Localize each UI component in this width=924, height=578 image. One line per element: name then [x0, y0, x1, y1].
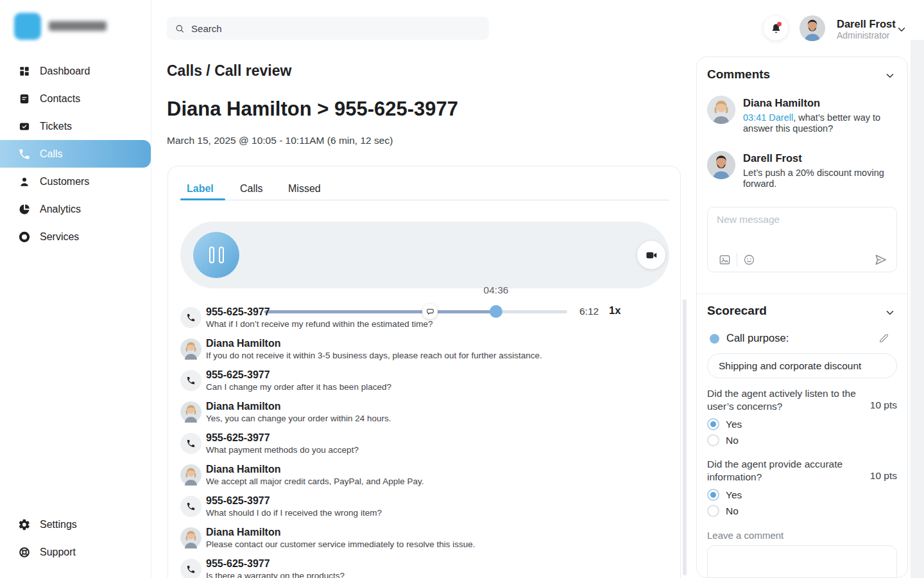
sidebar-item-label: Analytics: [40, 204, 81, 215]
tab-missed[interactable]: Missed: [288, 183, 321, 195]
sidebar-item-dashboard[interactable]: Dashboard: [0, 57, 151, 85]
page-scrollbar-gutter[interactable]: [911, 40, 924, 578]
transcript-row[interactable]: 955-625-3977 Is there a warranty on the …: [180, 558, 655, 578]
sidebar-item-support[interactable]: Support: [0, 538, 151, 566]
edit-pencil-icon[interactable]: [878, 332, 890, 344]
radio-option-no[interactable]: No: [707, 434, 739, 446]
transcript-text: Can I change my order after it has been …: [206, 382, 391, 392]
speaker-name: Diana Hamilton: [206, 338, 280, 349]
transcript-row[interactable]: 955-625-3977 What payment methods do you…: [180, 432, 655, 462]
speaker-name: 955-625-3977: [206, 432, 270, 444]
transcript-text: Is there a warranty on the products?: [206, 571, 345, 578]
sidebar-item-analytics[interactable]: Analytics: [0, 195, 151, 223]
tab-label[interactable]: Label: [187, 183, 214, 195]
comments-collapse-chevron-icon[interactable]: [884, 70, 896, 82]
sidebar-item-label: Calls: [40, 148, 63, 160]
tickets-icon: [18, 120, 31, 133]
comment-author-avatar: [707, 96, 735, 124]
timestamp-mention-link[interactable]: 03:41 Darell: [743, 112, 793, 123]
tab-calls[interactable]: Calls: [240, 183, 263, 195]
divider: [737, 253, 737, 267]
transcript-scrollbar[interactable]: [683, 299, 687, 575]
comment-author: Darell Frost: [743, 152, 802, 164]
phone-icon: [180, 370, 201, 391]
analytics-icon: [18, 203, 31, 216]
sidebar-item-label: Customers: [40, 176, 89, 188]
radio-option-yes[interactable]: Yes: [707, 418, 742, 430]
radio-unselected[interactable]: [707, 434, 719, 446]
services-icon: [18, 231, 31, 243]
sidebar-item-label: Tickets: [40, 121, 72, 132]
speaker-name: 955-625-3977: [206, 495, 270, 507]
leave-comment-input[interactable]: [708, 546, 896, 578]
radio-option-no[interactable]: No: [707, 505, 739, 517]
tab-rule: [180, 200, 669, 200]
dashboard-icon: [18, 65, 31, 78]
user-role: Administrator: [837, 30, 889, 40]
pause-button[interactable]: [193, 232, 239, 278]
sidebar-item-settings[interactable]: Settings: [0, 511, 151, 538]
sidebar-item-label: Contacts: [40, 93, 80, 105]
comment-author: Diana Hamilton: [743, 97, 820, 109]
agent-avatar: [180, 401, 201, 423]
sidebar-item-calls[interactable]: Calls: [0, 140, 151, 168]
settings-icon: [18, 518, 31, 531]
agent-avatar: [180, 338, 201, 360]
leave-comment-box[interactable]: [707, 545, 897, 578]
transcript-row[interactable]: Diana Hamilton Please contact our custom…: [180, 527, 655, 556]
search-bar[interactable]: [167, 17, 489, 40]
speaker-name: Diana Hamilton: [206, 401, 280, 412]
divider: [697, 293, 908, 294]
camcorder-icon: [645, 249, 658, 262]
sidebar-item-contacts[interactable]: Contacts: [0, 85, 151, 112]
sidebar-item-services[interactable]: Services: [0, 223, 151, 250]
transcript-row[interactable]: Diana Hamilton If you do not receive it …: [180, 338, 655, 367]
call-purpose-value[interactable]: Shipping and corporate discount: [707, 353, 897, 378]
user-avatar[interactable]: [800, 15, 825, 41]
speaker-name: 955-625-3977: [206, 558, 270, 570]
transcript-row[interactable]: Diana Hamilton Yes, you can change your …: [180, 401, 655, 430]
leave-comment-label: Leave a comment: [707, 530, 783, 541]
call-detail-card: Label Calls Missed 04:36 6:12 1x 955-625…: [167, 166, 681, 578]
attach-image-icon[interactable]: [718, 253, 732, 267]
user-name: Darell Frost: [837, 18, 896, 30]
transcript-row[interactable]: 955-625-3977 What if I don’t receive my …: [180, 306, 655, 336]
sidebar-item-customers[interactable]: Customers: [0, 168, 151, 195]
new-message-input[interactable]: [717, 214, 887, 247]
current-time: 04:36: [470, 285, 522, 296]
transcript-row[interactable]: Diana Hamilton We accept all major credi…: [180, 464, 655, 493]
transcript-text: We accept all major credit cards, PayPal…: [206, 477, 424, 486]
radio-option-yes[interactable]: Yes: [707, 489, 742, 501]
video-button[interactable]: [637, 241, 665, 269]
scorecard-collapse-chevron-icon[interactable]: [884, 307, 896, 319]
radio-unselected[interactable]: [707, 505, 719, 517]
speaker-name: 955-625-3977: [206, 306, 270, 318]
user-menu-chevron-icon[interactable]: [896, 24, 907, 35]
sidebar-item-label: Dashboard: [40, 66, 90, 77]
call-datetime: March 15, 2025 @ 10:05 - 10:11AM (6 min,…: [167, 135, 393, 146]
new-message-box[interactable]: [707, 207, 897, 272]
active-tab-underline: [180, 198, 225, 200]
transcript-row[interactable]: 955-625-3977 What should I do if I recei…: [180, 495, 655, 525]
transcript-text: Yes, you can change your order within 24…: [206, 414, 391, 423]
search-input[interactable]: [191, 23, 481, 34]
transcript-text: Please contact our customer service imme…: [206, 539, 475, 549]
speaker-name: Diana Hamilton: [206, 527, 280, 538]
radio-selected[interactable]: [707, 418, 719, 430]
comment-text: 03:41 Darell, what’s better way to answe…: [743, 112, 887, 134]
comment-author-avatar: [707, 151, 735, 179]
review-panel: Comments Diana Hamilton 03:41 Darell, wh…: [696, 57, 908, 578]
send-icon[interactable]: [873, 252, 888, 267]
emoji-icon[interactable]: [742, 253, 756, 267]
agent-avatar: [180, 464, 201, 486]
radio-selected[interactable]: [707, 489, 719, 501]
phone-icon: [180, 433, 201, 454]
transcript-text: If you do not receive it within 3-5 busi…: [206, 351, 542, 360]
sidebar-item-label: Support: [40, 547, 76, 558]
notifications-button[interactable]: [764, 16, 788, 40]
speaker-name: Diana Hamilton: [206, 464, 280, 475]
sidebar-item-tickets[interactable]: Tickets: [0, 112, 151, 140]
phone-icon: [180, 559, 201, 578]
transcript-row[interactable]: 955-625-3977 Can I change my order after…: [180, 369, 655, 399]
sidebar: Dashboard Contacts Tickets Calls Custome…: [0, 0, 151, 578]
